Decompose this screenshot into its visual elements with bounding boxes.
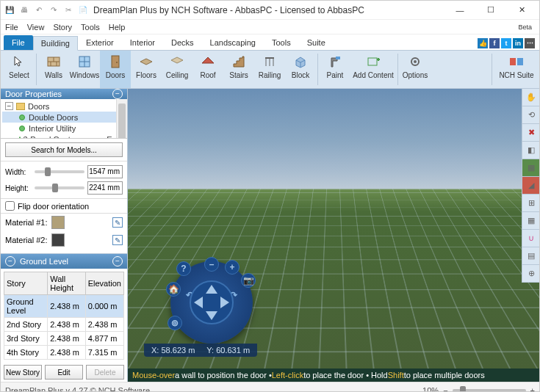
- ribbon-stairs[interactable]: Stairs: [223, 51, 254, 88]
- menu-file[interactable]: File: [5, 23, 18, 32]
- hand-icon[interactable]: ✋: [522, 89, 539, 106]
- ribbon-block[interactable]: Block: [285, 51, 316, 88]
- tool-icon[interactable]: ◧: [522, 142, 539, 159]
- svg-rect-8: [112, 56, 119, 68]
- hint-bar: Mouse-over a wall to position the door •…: [128, 369, 539, 382]
- ribbon-add-content[interactable]: Add Content: [350, 51, 396, 88]
- zoom-in-icon[interactable]: +: [530, 386, 535, 393]
- tab-file[interactable]: File: [4, 35, 33, 50]
- home-icon[interactable]: 🏠: [166, 282, 181, 297]
- edit-material2-icon[interactable]: ✎: [112, 235, 123, 245]
- zoom-slider[interactable]: [453, 389, 526, 392]
- ribbon-ceiling[interactable]: Ceiling: [162, 51, 192, 88]
- ribbon-windows[interactable]: Windows: [69, 51, 100, 88]
- share-icon[interactable]: ⋯: [525, 38, 535, 48]
- ribbon-railing[interactable]: Railing: [254, 51, 285, 88]
- pan-down-icon[interactable]: [206, 311, 217, 320]
- edit-material1-icon[interactable]: ✎: [112, 217, 123, 228]
- tab-building[interactable]: Building: [33, 36, 78, 51]
- tab-decks[interactable]: Decks: [163, 35, 202, 50]
- compass-icon[interactable]: ⊕: [522, 265, 539, 283]
- thumbs-icon[interactable]: 👍: [478, 38, 488, 48]
- width-slider[interactable]: [35, 170, 84, 173]
- delete-story-button[interactable]: Delete: [86, 365, 124, 380]
- pan-up-icon[interactable]: [206, 285, 217, 294]
- twitter-icon[interactable]: t: [501, 38, 511, 48]
- width-value[interactable]: 1547 mm: [87, 165, 123, 178]
- flip-checkbox[interactable]: [5, 201, 15, 211]
- search-models-button[interactable]: Search for Models...: [5, 142, 123, 157]
- table-row[interactable]: 3rd Story2.438 m4.877 m: [4, 332, 124, 346]
- windows-icon: [76, 54, 93, 70]
- close-button[interactable]: ✕: [507, 2, 536, 18]
- material1-swatch[interactable]: [51, 216, 65, 229]
- menu-help[interactable]: Help: [109, 23, 126, 32]
- new-doc-icon[interactable]: 📄: [77, 4, 89, 16]
- new-story-button[interactable]: New Story: [4, 365, 42, 380]
- menu-story[interactable]: Story: [53, 23, 72, 32]
- wheel-icon[interactable]: ⊚: [168, 316, 182, 330]
- tab-interior[interactable]: Interior: [122, 35, 163, 50]
- camera-icon[interactable]: 📷: [241, 273, 256, 288]
- table-row[interactable]: 2nd Story2.438 m2.438 m: [4, 318, 124, 332]
- linkedin-icon[interactable]: in: [513, 38, 523, 48]
- tab-landscaping[interactable]: Landscaping: [202, 35, 264, 50]
- height-slider[interactable]: [35, 186, 84, 189]
- ribbon-walls[interactable]: Walls: [38, 51, 69, 88]
- tab-exterior[interactable]: Exterior: [78, 35, 122, 50]
- minimize-button[interactable]: —: [445, 2, 475, 18]
- rotate-icon[interactable]: ⟲: [522, 106, 539, 124]
- collapse-icon[interactable]: −: [112, 89, 123, 99]
- ribbon-floors[interactable]: Floors: [131, 51, 162, 88]
- door-tree[interactable]: −Doors Double Doors Interior Utility 3-P…: [1, 99, 127, 139]
- table-row[interactable]: 4th Story2.438 m7.315 m: [4, 346, 124, 360]
- print-icon[interactable]: 🖶: [18, 4, 30, 16]
- ribbon-nch-suite[interactable]: NCH Suite: [494, 51, 539, 88]
- tool-icon[interactable]: ◢: [522, 177, 539, 195]
- pan-left-icon[interactable]: [194, 297, 203, 308]
- table-row[interactable]: Ground Level2.438 m0.000 m: [4, 295, 124, 318]
- magnet-icon[interactable]: ∪: [522, 230, 539, 247]
- paint-icon: [327, 54, 343, 70]
- material2-swatch[interactable]: [51, 233, 65, 247]
- tool-icon[interactable]: ▦: [522, 212, 539, 230]
- tree-item[interactable]: Interior Utility: [2, 123, 126, 134]
- svg-rect-27: [510, 58, 516, 65]
- undo-icon[interactable]: ↶: [33, 4, 45, 16]
- edit-story-button[interactable]: Edit: [45, 365, 83, 380]
- collapse-icon[interactable]: −: [5, 256, 15, 266]
- menu-tools[interactable]: Tools: [81, 23, 100, 32]
- viewport-3d[interactable]: ✋ ⟲ ✖ ◧ ▦ ◢ ⊞ ▦ ∪ ▤ ⊕ ? – + 📷 🏠 ⊚ ↶ ↷: [128, 89, 539, 382]
- tree-item[interactable]: Double Doors: [2, 112, 126, 123]
- ribbon-options[interactable]: Options: [400, 51, 431, 88]
- tab-tools[interactable]: Tools: [264, 35, 299, 50]
- pan-right-icon[interactable]: [220, 297, 229, 308]
- ribbon-select[interactable]: Select: [4, 51, 35, 88]
- redo-icon[interactable]: ↷: [48, 4, 60, 16]
- height-value[interactable]: 2241 mm: [87, 181, 123, 195]
- tab-suite[interactable]: Suite: [299, 35, 334, 50]
- zoom-out-icon[interactable]: −: [443, 386, 447, 393]
- zoom-value: 10%: [422, 386, 439, 393]
- menu-view[interactable]: View: [27, 23, 45, 32]
- facebook-icon[interactable]: f: [489, 38, 500, 48]
- navigation-pad[interactable]: ? – + 📷 🏠 ⊚ ↶ ↷: [170, 261, 253, 344]
- ribbon-roof[interactable]: Roof: [192, 51, 223, 88]
- delete-icon[interactable]: ✖: [522, 124, 539, 142]
- maximize-button[interactable]: ☐: [476, 2, 505, 18]
- svg-point-26: [414, 60, 417, 63]
- tree-root[interactable]: −Doors: [2, 101, 126, 112]
- ribbon-paint[interactable]: Paint: [320, 51, 350, 88]
- tool-icon[interactable]: ▤: [522, 247, 539, 265]
- plus-icon[interactable]: +: [225, 260, 240, 275]
- tool-icon[interactable]: ▦: [522, 159, 539, 177]
- ribbon-doors[interactable]: Doors: [100, 51, 131, 88]
- cut-icon[interactable]: ✂: [62, 4, 74, 16]
- minus-icon[interactable]: –: [204, 257, 219, 272]
- collapse-icon[interactable]: −: [112, 256, 123, 266]
- tree-scrollbar[interactable]: [116, 99, 127, 138]
- save-icon[interactable]: 💾: [4, 4, 15, 16]
- help-icon[interactable]: ?: [176, 261, 191, 276]
- tree-item[interactable]: 3-Panel Contemporary Entry: [2, 134, 126, 139]
- tool-icon[interactable]: ⊞: [522, 195, 539, 212]
